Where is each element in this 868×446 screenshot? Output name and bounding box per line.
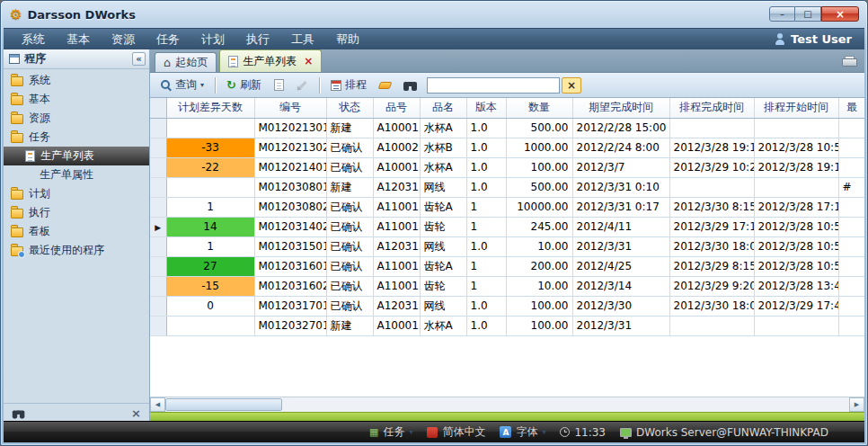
column-header-sched_end[interactable]: 排程完成时间 — [669, 98, 754, 118]
menu-item-5[interactable]: 计划 — [190, 29, 235, 49]
new-button[interactable] — [269, 76, 289, 94]
table-row[interactable]: -15M012031602已确认A11001齿轮110.002012/3/142… — [150, 276, 864, 296]
cell-no: M012021401 — [254, 157, 326, 177]
cell-sched_start: 2012/3/28 17:13 — [754, 197, 838, 217]
sidebar-item[interactable]: 看板 — [4, 222, 149, 241]
production-order-grid: 计划差异天数编号状态品号品名版本数量期望完成时间排程完成时间排程开始时间最M01… — [150, 98, 864, 336]
table-row[interactable]: 1M012031501已确认A12031网线1.010.002012/3/312… — [150, 236, 864, 256]
table-row[interactable]: M012032701新建A10001水杯A1.0100.002012/3/31 — [150, 316, 864, 335]
query-button[interactable]: 查询 ▾ — [155, 75, 209, 95]
scrollbar-track[interactable] — [165, 397, 849, 412]
minimize-button[interactable]: – — [769, 6, 795, 22]
sidebar-item[interactable]: 执行 — [4, 203, 149, 222]
cell-sched_start: 2012/3/28 19:10 — [754, 157, 838, 177]
column-header-qty[interactable]: 数量 — [506, 98, 572, 118]
chevron-down-icon: ▾ — [409, 429, 412, 436]
cell-status: 新建 — [326, 316, 373, 335]
column-header-no[interactable]: 编号 — [254, 98, 326, 118]
app-window: ⚙ Darsson DWorks – □ × 系统基本资源任务计划执行工具帮助 … — [0, 0, 868, 446]
sidebar-item-label: 资源 — [29, 111, 50, 126]
scroll-right-button[interactable]: ▶ — [849, 397, 864, 412]
sidebar-item[interactable]: 基本 — [4, 90, 149, 109]
sidebar-item[interactable]: 系统 — [4, 71, 149, 90]
menu-item-7[interactable]: 工具 — [280, 29, 325, 49]
table-row[interactable]: 0M012031701已确认A12031网线1.0100.002012/3/30… — [150, 296, 864, 316]
user-area[interactable]: Test User — [775, 32, 864, 46]
column-header-ver[interactable]: 版本 — [466, 98, 506, 118]
sidebar-item[interactable]: 任务 — [4, 128, 149, 147]
cell-status: 新建 — [326, 177, 373, 197]
table-row[interactable]: M012021301新建A10001水杯A1.0500.002012/2/28 … — [150, 118, 864, 138]
menu-item-4[interactable]: 任务 — [146, 29, 190, 49]
cell-item_no: A10001 — [373, 157, 420, 177]
row-indicator-cell — [150, 157, 166, 177]
main-area: ⌂起始页生产单列表× 查询 ▾ ↻ 刷新 排程 — [150, 49, 864, 423]
column-header-sched_start[interactable]: 排程开始时间 — [754, 98, 838, 118]
column-header-item_name[interactable]: 品名 — [420, 98, 466, 118]
title-bar[interactable]: ⚙ Darsson DWorks – □ × — [1, 1, 867, 28]
menu-item-1[interactable]: 系统 — [11, 29, 56, 49]
sidebar-item[interactable]: 计划 — [4, 184, 149, 203]
menu-item-3[interactable]: 资源 — [101, 29, 146, 49]
cell-status: 已确认 — [326, 276, 373, 296]
cell-item_no: A12031 — [373, 236, 420, 256]
table-row[interactable]: -22M012021401已确认A10001水杯A1.0100.002012/3… — [150, 157, 864, 177]
sidebar-item[interactable]: 最近使用的程序 — [4, 241, 149, 260]
row-indicator-cell — [150, 276, 166, 296]
language-selector[interactable]: 简体中文 — [427, 424, 485, 440]
sidebar-item[interactable]: 生产单属性 — [4, 165, 149, 184]
print-icon[interactable] — [842, 56, 855, 67]
sidebar-collapse-button[interactable]: « — [132, 52, 146, 66]
maximize-icon: □ — [803, 9, 811, 19]
tab-1[interactable]: ⌂起始页 — [155, 52, 217, 72]
cell-ver: 1 — [466, 197, 506, 217]
tab-close-icon[interactable]: × — [304, 56, 313, 67]
toolbar-search-input[interactable] — [427, 77, 560, 94]
cell-item_name: 齿轮 — [420, 217, 466, 236]
menu-item-8[interactable]: 帮助 — [325, 29, 370, 49]
table-row[interactable]: 1M012030802已确认A11001齿轮A110000.002012/3/3… — [150, 197, 864, 217]
clear-filter-icon[interactable]: × — [131, 406, 141, 420]
scrollbar-thumb[interactable] — [165, 398, 282, 411]
cell-item_no: A11001 — [373, 276, 420, 296]
cell-extra — [838, 316, 864, 335]
menu-item-6[interactable]: 执行 — [235, 29, 280, 49]
grid-corner-cell — [150, 98, 166, 118]
cell-expect: 2012/3/7 — [572, 157, 669, 177]
app-logo-gear-icon: ⚙ — [10, 6, 22, 22]
horizontal-scrollbar[interactable]: ◀ ▶ — [150, 397, 864, 412]
task-menu[interactable]: ▦ 任务 ▾ — [369, 424, 412, 440]
font-selector[interactable]: A 字体 ▾ — [500, 424, 545, 440]
close-button[interactable]: × — [821, 6, 859, 22]
language-icon — [427, 427, 438, 438]
column-header-diff[interactable]: 计划差异天数 — [166, 98, 254, 118]
clear-search-button[interactable]: × — [562, 77, 581, 94]
cell-expect: 2012/4/11 — [572, 217, 669, 236]
cell-no: M012032701 — [254, 316, 326, 335]
sidebar-item[interactable]: 资源 — [4, 109, 149, 128]
column-header-extra[interactable]: 最 — [838, 98, 864, 118]
sidebar-title: 程序 — [24, 51, 46, 67]
find-button[interactable] — [398, 77, 423, 94]
edit-button[interactable] — [291, 76, 314, 94]
column-header-expect[interactable]: 期望完成时间 — [572, 98, 669, 118]
cell-qty: 10.00 — [506, 236, 572, 256]
find-icon[interactable] — [13, 408, 25, 418]
grid-header-row: 计划差异天数编号状态品号品名版本数量期望完成时间排程完成时间排程开始时间最 — [150, 98, 864, 118]
cell-expect: 2012/3/31 0:17 — [572, 197, 669, 217]
menu-item-2[interactable]: 基本 — [56, 29, 101, 49]
scroll-left-button[interactable]: ◀ — [150, 397, 165, 412]
eraser-button[interactable] — [374, 79, 396, 92]
table-row[interactable]: 27M012031601已确认A11001齿轮A1200.002012/4/25… — [150, 256, 864, 276]
table-row[interactable]: M012030801新建A12031网线1.0500.002012/3/31 0… — [150, 177, 864, 197]
table-row[interactable]: -33M012021302已确认A10002水杯B1.01000.002012/… — [150, 138, 864, 157]
maximize-button[interactable]: □ — [795, 6, 821, 22]
tab-2[interactable]: 生产单列表× — [219, 49, 322, 72]
cell-sched_start — [754, 118, 838, 138]
refresh-button[interactable]: ↻ 刷新 — [221, 75, 267, 95]
sidebar-item[interactable]: 生产单列表 — [4, 147, 149, 165]
column-header-status[interactable]: 状态 — [326, 98, 373, 118]
column-header-item_no[interactable]: 品号 — [373, 98, 420, 118]
table-row[interactable]: ▶14M012031402已确认A11001齿轮1245.002012/4/11… — [150, 217, 864, 236]
schedule-button[interactable]: 排程 — [325, 75, 372, 95]
